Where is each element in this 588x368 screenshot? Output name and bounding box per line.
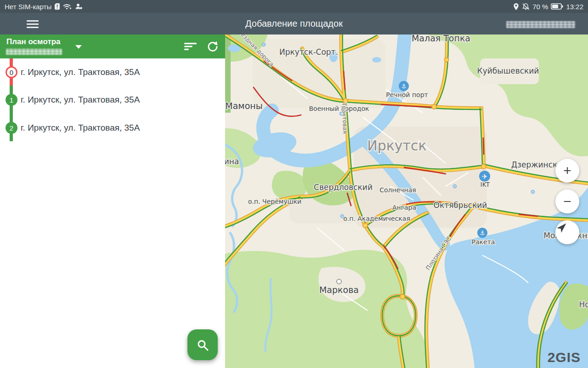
map-label: Октябрьский: [434, 201, 487, 210]
battery-percent: 70 %: [532, 3, 548, 11]
sim-alert-icon: [54, 3, 60, 10]
map-label: Трактовая: [341, 102, 349, 134]
sort-icon: [184, 42, 198, 51]
geolocation-button[interactable]: [555, 220, 579, 244]
bell-muted-icon: [522, 3, 530, 11]
user-switch-icon: [75, 3, 83, 10]
map-label: Свердловский: [314, 183, 373, 192]
battery-icon: [551, 3, 563, 10]
search-icon: [196, 338, 209, 352]
map-label: Ракета: [472, 238, 495, 246]
list-item-address-2[interactable]: г. Иркутск, ул. Трактовая, 35А: [21, 123, 140, 133]
refresh-icon: [207, 40, 219, 52]
no-sim-label: Нет SIM-карты: [5, 3, 51, 11]
clock: 13:22: [566, 3, 583, 11]
map-label: Мамоны: [225, 101, 262, 111]
map-canvas[interactable]: ⚓ ⚓ ✈ Малая Топка Иркутск-Сорт. Куйбышев…: [225, 34, 588, 368]
river-port-anchor-icon: ⚓: [399, 81, 409, 91]
search-fab-button[interactable]: [187, 329, 218, 360]
app-screen: Нет SIM-карты 70 % 13:22: [0, 0, 588, 368]
map-image: ⚓ ⚓ ✈ Малая Топка Иркутск-Сорт. Куйбышев…: [225, 34, 588, 368]
map-label: Куйбышевский: [477, 66, 539, 75]
map-label: Военный Городок: [309, 105, 369, 112]
stop-marker-1[interactable]: 1: [6, 94, 17, 106]
stop-marker-0[interactable]: 0: [6, 66, 17, 78]
map-label: IKT: [481, 181, 490, 188]
map-label: Солнечная: [379, 186, 416, 194]
airport-icon: ✈: [479, 171, 490, 182]
list-item-address-1[interactable]: г. Иркутск, ул. Трактовая, 35А: [21, 95, 140, 105]
page-title: Добавление площадок: [0, 18, 588, 29]
sort-button[interactable]: [183, 40, 198, 53]
svg-text:✈: ✈: [482, 172, 488, 181]
zoom-in-button[interactable]: +: [555, 159, 579, 183]
app-bar: Добавление площадок: [0, 13, 588, 34]
refresh-button[interactable]: [205, 40, 220, 53]
zoom-out-button[interactable]: −: [555, 190, 579, 213]
map-label: Речной порт: [386, 91, 428, 98]
map-label: Иркутск: [367, 138, 426, 154]
2gis-logo: 2GIS: [548, 350, 581, 365]
chevron-down-icon[interactable]: [75, 45, 82, 49]
map-label: Маркова: [319, 285, 359, 295]
svg-text:⚓: ⚓: [480, 230, 485, 236]
map-label: о.п. Академическая: [343, 215, 410, 222]
plan-title: План осмотра: [6, 37, 61, 46]
location-icon: [513, 3, 519, 11]
map-label: ина: [225, 157, 239, 166]
stop-marker-2[interactable]: 2: [6, 122, 17, 134]
wifi-icon: [63, 3, 72, 10]
masked-user-name: [506, 21, 575, 28]
map-label: Но: [579, 300, 588, 309]
map-label: Дзержинск: [511, 160, 558, 169]
list-item-address-0[interactable]: г. Иркутск, ул. Трактовая, 35А: [21, 67, 140, 77]
status-bar: Нет SIM-карты 70 % 13:22: [0, 0, 588, 13]
plan-header: План осмотра: [0, 34, 225, 58]
svg-text:⚓: ⚓: [401, 83, 407, 90]
masked-plan-subtitle: [6, 49, 62, 55]
map-label: Ангара: [392, 204, 416, 211]
map-label: Малая Топка: [412, 34, 470, 43]
navigation-arrow-icon: [555, 220, 569, 234]
map-label: о.п. Черёмушки: [248, 198, 301, 205]
sidebar: План осмотра 0 1 2 г. Иркутск, ул. Тракт…: [0, 34, 225, 368]
raketa-anchor-icon: ⚓: [477, 228, 487, 238]
markova-marker: [337, 279, 341, 284]
map-label: Иркутск-Сорт.: [279, 47, 338, 57]
